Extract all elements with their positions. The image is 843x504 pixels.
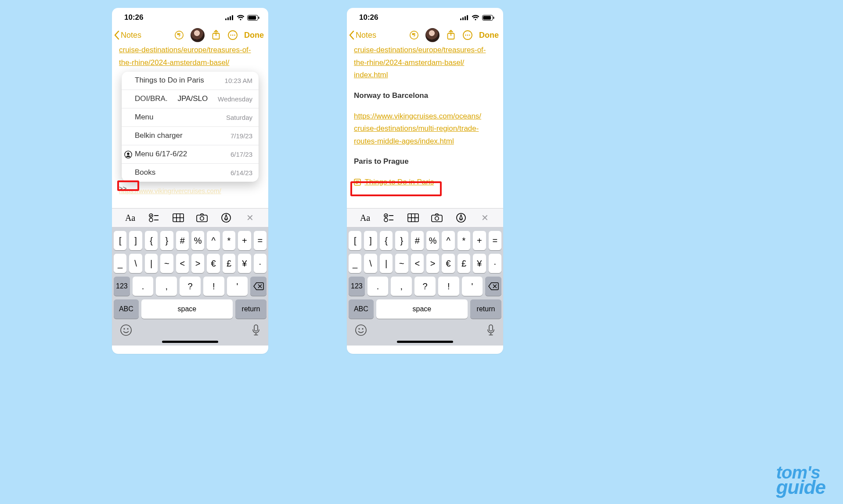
key[interactable]: ~ [395, 254, 408, 273]
done-button[interactable]: Done [244, 31, 264, 40]
space-key[interactable]: space [141, 299, 233, 319]
home-indicator[interactable] [397, 341, 453, 343]
suggestion-row[interactable]: DOI/BRA. JPA/SLO Wednesday [122, 90, 259, 108]
key[interactable]: = [489, 231, 501, 250]
dictation-key[interactable] [252, 324, 260, 338]
url-line[interactable]: cruise-destinations/europe/treasures-of- [354, 45, 496, 56]
avatar[interactable] [425, 28, 440, 42]
markup-icon[interactable] [455, 212, 467, 223]
table-icon[interactable] [173, 212, 184, 223]
note-body[interactable]: cruise-destinations/europe/treasures-of-… [112, 45, 268, 195]
return-key[interactable]: return [470, 299, 501, 319]
text-style-icon[interactable]: Aa [125, 212, 136, 223]
camera-icon[interactable] [431, 212, 443, 223]
key[interactable]: _ [114, 254, 126, 273]
key[interactable]: { [145, 231, 158, 250]
key[interactable]: + [473, 231, 486, 250]
share-icon[interactable] [446, 30, 456, 40]
markup-icon[interactable] [220, 212, 232, 223]
key[interactable]: · [254, 254, 267, 273]
key[interactable]: ' [462, 277, 483, 296]
key[interactable]: ? [414, 277, 436, 296]
back-button[interactable]: Notes [349, 31, 376, 40]
undo-icon[interactable] [174, 30, 184, 40]
dictation-key[interactable] [486, 324, 495, 338]
key[interactable]: , [156, 277, 177, 296]
done-button[interactable]: Done [479, 31, 499, 40]
undo-icon[interactable] [409, 30, 419, 40]
key[interactable]: # [411, 231, 424, 250]
key[interactable]: * [458, 231, 470, 250]
key[interactable]: } [395, 231, 408, 250]
key[interactable]: = [254, 231, 267, 250]
key[interactable]: ' [227, 277, 248, 296]
key[interactable]: { [380, 231, 393, 250]
linked-note-title[interactable]: Things to Do in Paris [364, 178, 434, 186]
key[interactable]: £ [458, 254, 470, 273]
space-key[interactable]: space [376, 299, 468, 319]
key[interactable]: | [380, 254, 393, 273]
key[interactable]: } [160, 231, 173, 250]
delete-key[interactable] [250, 277, 267, 296]
abc-key[interactable]: ABC [114, 299, 139, 319]
url-line[interactable]: routes-middle-ages/index.html [354, 136, 496, 147]
numbers-key[interactable]: 123 [349, 277, 365, 296]
key[interactable]: _ [349, 254, 361, 273]
key[interactable]: \ [364, 254, 377, 273]
dismiss-keyboard-icon[interactable]: ✕ [479, 212, 490, 223]
numbers-key[interactable]: 123 [114, 277, 130, 296]
home-indicator[interactable] [162, 341, 218, 343]
url-line[interactable]: the-rhine/2024-amsterdam-basel/ [119, 58, 261, 68]
emoji-key[interactable] [120, 324, 132, 338]
key[interactable]: ~ [160, 254, 173, 273]
key[interactable]: . [367, 277, 389, 296]
key[interactable]: < [176, 254, 189, 273]
share-icon[interactable] [211, 30, 221, 40]
more-icon[interactable] [227, 30, 238, 40]
key[interactable]: ! [438, 277, 459, 296]
key[interactable]: € [442, 254, 454, 273]
key[interactable]: ^ [207, 231, 220, 250]
key[interactable]: | [145, 254, 158, 273]
camera-icon[interactable] [196, 212, 208, 223]
key[interactable]: % [191, 231, 204, 250]
key[interactable]: € [207, 254, 220, 273]
suggestion-row[interactable]: Belkin charger 7/19/23 [122, 127, 259, 145]
key[interactable]: + [238, 231, 251, 250]
url-line[interactable]: cruise-destinations/multi-region/trade- [354, 123, 496, 134]
suggestion-row[interactable]: Things to Do in Paris 10:23 AM [122, 72, 259, 90]
key[interactable]: ¥ [473, 254, 486, 273]
key[interactable]: # [176, 231, 189, 250]
key[interactable]: ? [180, 277, 201, 296]
key[interactable]: \ [129, 254, 142, 273]
checklist-icon[interactable] [148, 212, 160, 223]
key[interactable]: . [133, 277, 154, 296]
key[interactable]: ] [364, 231, 377, 250]
key[interactable]: ¥ [238, 254, 251, 273]
key[interactable]: [ [349, 231, 361, 250]
dismiss-keyboard-icon[interactable]: ✕ [244, 212, 256, 223]
key[interactable]: % [426, 231, 439, 250]
table-icon[interactable] [407, 212, 419, 223]
return-key[interactable]: return [235, 299, 267, 319]
suggestion-row[interactable]: Books 6/14/23 [122, 164, 259, 182]
url-line[interactable]: https://www.vikingcruises.com/oceans/ [354, 111, 496, 122]
more-icon[interactable] [462, 30, 473, 40]
key[interactable]: < [411, 254, 424, 273]
key[interactable]: ! [203, 277, 224, 296]
url-line[interactable]: cruise-destinations/europe/treasures-of- [119, 45, 261, 56]
key[interactable]: [ [114, 231, 126, 250]
emoji-key[interactable] [355, 324, 367, 338]
key[interactable]: > [191, 254, 204, 273]
url-line[interactable]: index.html [354, 70, 496, 81]
key[interactable]: > [426, 254, 439, 273]
suggestion-row[interactable]: Menu 6/17-6/22 6/17/23 [122, 145, 259, 164]
note-body[interactable]: cruise-destinations/europe/treasures-of-… [347, 45, 503, 195]
key[interactable]: ] [129, 231, 142, 250]
back-button[interactable]: Notes [114, 31, 141, 40]
delete-key[interactable] [485, 277, 501, 296]
text-style-icon[interactable]: Aa [360, 212, 371, 223]
linked-note[interactable]: Things to Do in Paris [354, 177, 496, 189]
abc-key[interactable]: ABC [349, 299, 374, 319]
key[interactable]: * [223, 231, 235, 250]
